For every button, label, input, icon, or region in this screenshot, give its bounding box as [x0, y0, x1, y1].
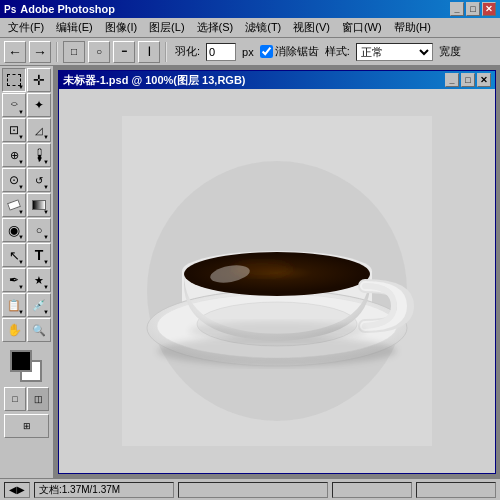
- ellipse-marquee-btn[interactable]: ○: [88, 41, 110, 63]
- hand-tool[interactable]: ✋: [2, 318, 26, 342]
- screen-mode-button[interactable]: ⊞: [4, 414, 49, 438]
- menu-help[interactable]: 帮助(H): [388, 18, 437, 37]
- app-title: Adobe Photoshop: [20, 3, 115, 15]
- extra-1: [332, 482, 412, 498]
- title-bar: Ps Adobe Photoshop _ □ ✕: [0, 0, 500, 18]
- width-label: 宽度: [439, 44, 461, 59]
- magic-wand-tool[interactable]: ✦: [27, 93, 51, 117]
- feather-label: 羽化:: [175, 44, 200, 59]
- screen-mode-row: ⊞: [4, 414, 49, 438]
- crop-tool[interactable]: ⊡ ▼: [2, 118, 26, 142]
- maximize-button[interactable]: □: [466, 2, 480, 16]
- gradient-tool[interactable]: ▼: [27, 193, 51, 217]
- menu-edit[interactable]: 编辑(E): [50, 18, 99, 37]
- menu-file[interactable]: 文件(F): [2, 18, 50, 37]
- feather-unit: px: [242, 46, 254, 58]
- eraser-tool[interactable]: ▼: [2, 193, 26, 217]
- text-tool[interactable]: T ▼: [27, 243, 51, 267]
- menu-window[interactable]: 窗口(W): [336, 18, 388, 37]
- healing-brush-tool[interactable]: ⊕ ▼: [2, 143, 26, 167]
- notes-tool[interactable]: 📋 ▼: [2, 293, 26, 317]
- style-select[interactable]: 正常 固定长宽比 固定大小: [356, 43, 433, 61]
- document-title: 未标器-1.psd @ 100%(图层 13,RGB): [63, 73, 245, 88]
- options-toolbar: ← → □ ○ ━ ┃ 羽化: px 消除锯齿 样式: 正常 固定长宽比 固定大…: [0, 38, 500, 66]
- forward-button[interactable]: →: [29, 41, 51, 63]
- doc-minimize-button[interactable]: _: [445, 73, 459, 87]
- pen-tool[interactable]: ✒ ▼: [2, 268, 26, 292]
- menu-image[interactable]: 图像(I): [99, 18, 143, 37]
- tool-row-8: ↖ ▼ T ▼: [2, 243, 51, 267]
- app-icon: Ps: [4, 4, 16, 15]
- status-bar: ◀ ▶ 文档:1.37M/1.37M: [0, 478, 500, 500]
- separator-1: [56, 42, 58, 62]
- antialias-label: 消除锯齿: [260, 44, 319, 59]
- close-button[interactable]: ✕: [482, 2, 496, 16]
- rectangular-marquee-tool[interactable]: ▼: [2, 68, 26, 92]
- right-arrow-icon: ▶: [17, 484, 25, 495]
- style-label: 样式:: [325, 44, 350, 59]
- menu-filter[interactable]: 滤镜(T): [239, 18, 287, 37]
- tool-row-6: ▼ ▼: [2, 193, 51, 217]
- clone-stamp-tool[interactable]: ⊙ ▼: [2, 168, 26, 192]
- tool-row-3: ⊡ ▼ ◿ ▼: [2, 118, 51, 142]
- menu-view[interactable]: 视图(V): [287, 18, 336, 37]
- separator-2: [165, 42, 167, 62]
- swatch-container: [10, 350, 44, 384]
- mode-row: □ ◫: [4, 387, 49, 411]
- blur-tool[interactable]: ◉ ▼: [2, 218, 26, 242]
- menu-layer[interactable]: 图层(L): [143, 18, 190, 37]
- document-window: 未标器-1.psd @ 100%(图层 13,RGB) _ □ ✕: [58, 70, 496, 474]
- tool-row-4: ⊕ ▼ 🖌 ▼: [2, 143, 51, 167]
- tool-row-10: 📋 ▼ 💉 ▼: [2, 293, 51, 317]
- left-arrow-icon: ◀: [9, 484, 17, 495]
- zoom-tool[interactable]: 🔍: [27, 318, 51, 342]
- doc-close-button[interactable]: ✕: [477, 73, 491, 87]
- quick-mask-button[interactable]: ◫: [27, 387, 49, 411]
- tool-row-11: ✋ 🔍: [2, 318, 51, 342]
- slice-tool[interactable]: ◿ ▼: [27, 118, 51, 142]
- menu-select[interactable]: 选择(S): [191, 18, 240, 37]
- brush-tool[interactable]: 🖌 ▼: [27, 143, 51, 167]
- back-button[interactable]: ←: [4, 41, 26, 63]
- eyedropper-tool[interactable]: 💉 ▼: [27, 293, 51, 317]
- single-row-btn[interactable]: ━: [113, 41, 135, 63]
- standard-mode-button[interactable]: □: [4, 387, 26, 411]
- doc-restore-button[interactable]: □: [461, 73, 475, 87]
- single-col-btn[interactable]: ┃: [138, 41, 160, 63]
- path-selection-tool[interactable]: ↖ ▼: [2, 243, 26, 267]
- rect-marquee-btn[interactable]: □: [63, 41, 85, 63]
- tool-row-9: ✒ ▼ ★ ▼: [2, 268, 51, 292]
- document-canvas[interactable]: [59, 89, 495, 473]
- foreground-color-swatch[interactable]: [10, 350, 32, 372]
- canvas-image: [122, 116, 432, 446]
- tool-row-7: ◉ ▼ ○ ▼: [2, 218, 51, 242]
- history-brush-tool[interactable]: ↺ ▼: [27, 168, 51, 192]
- feather-input[interactable]: [206, 43, 236, 61]
- canvas-area: 未标器-1.psd @ 100%(图层 13,RGB) _ □ ✕: [54, 66, 500, 478]
- extra-2: [416, 482, 496, 498]
- tool-row-5: ⊙ ▼ ↺ ▼: [2, 168, 51, 192]
- document-titlebar: 未标器-1.psd @ 100%(图层 13,RGB) _ □ ✕: [59, 71, 495, 89]
- minimize-button[interactable]: _: [450, 2, 464, 16]
- doc-window-controls: _ □ ✕: [445, 73, 491, 87]
- main-area: ▼ ✛ ⌔ ▼ ✦ ⊡ ▼ ◿ ▼: [0, 66, 500, 478]
- status-arrows: ◀ ▶: [4, 482, 30, 498]
- custom-shape-tool[interactable]: ★ ▼: [27, 268, 51, 292]
- color-swatches: □ ◫ ⊞: [2, 346, 51, 440]
- tool-row-2: ⌔ ▼ ✦: [2, 93, 51, 117]
- move-tool[interactable]: ✛: [27, 68, 51, 92]
- lasso-tool[interactable]: ⌔ ▼: [2, 93, 26, 117]
- antialias-checkbox[interactable]: [260, 45, 273, 58]
- tool-status: [178, 482, 328, 498]
- dodge-tool[interactable]: ○ ▼: [27, 218, 51, 242]
- menu-bar: 文件(F) 编辑(E) 图像(I) 图层(L) 选择(S) 滤镜(T) 视图(V…: [0, 18, 500, 38]
- svg-point-16: [189, 321, 365, 341]
- doc-size-status: 文档:1.37M/1.37M: [34, 482, 174, 498]
- tool-row-1: ▼ ✛: [2, 68, 51, 92]
- left-toolbar: ▼ ✛ ⌔ ▼ ✦ ⊡ ▼ ◿ ▼: [0, 66, 54, 478]
